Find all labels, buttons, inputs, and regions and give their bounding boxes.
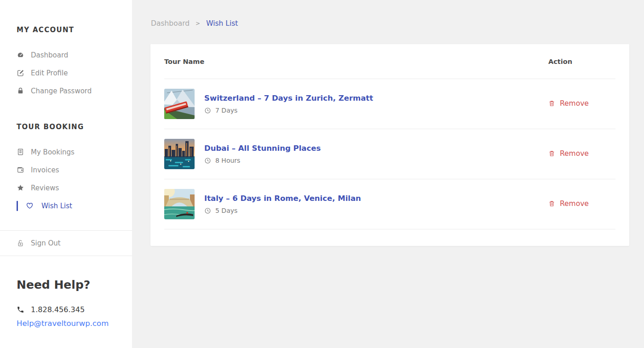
sidebar-item-dashboard[interactable]: Dashboard bbox=[17, 46, 132, 64]
action-cell: Remove bbox=[548, 200, 615, 209]
star-icon bbox=[17, 184, 24, 192]
tour-thumbnail-switzerland[interactable] bbox=[164, 89, 195, 119]
trash-icon bbox=[548, 150, 555, 157]
wishlist-card: Tour Name Action bbox=[150, 44, 629, 246]
tour-duration-text: 5 Days bbox=[215, 207, 237, 214]
sidebar-item-label: My Bookings bbox=[31, 148, 75, 156]
breadcrumb-current-page: Wish List bbox=[206, 19, 238, 28]
remove-button[interactable]: Remove bbox=[548, 200, 589, 208]
phone-icon bbox=[17, 306, 24, 314]
remove-button[interactable]: Remove bbox=[548, 99, 589, 108]
heart-icon bbox=[26, 202, 34, 210]
app-window: MY ACCOUNT Dashboard Edit Profile Change… bbox=[0, 0, 644, 348]
sidebar-item-reviews[interactable]: Reviews bbox=[17, 179, 132, 197]
breadcrumb: Dashboard > Wish List bbox=[151, 19, 629, 28]
action-cell: Remove bbox=[548, 149, 615, 159]
tour-duration: 8 Hours bbox=[204, 157, 548, 164]
lock-icon bbox=[17, 87, 24, 95]
column-header-action: Action bbox=[548, 58, 615, 65]
remove-button[interactable]: Remove bbox=[548, 149, 589, 158]
trash-icon bbox=[548, 100, 555, 107]
bookings-list-icon bbox=[17, 148, 24, 156]
main-content: Dashboard > Wish List Tour Name Action bbox=[132, 0, 644, 348]
sidebar-item-my-bookings[interactable]: My Bookings bbox=[17, 143, 132, 161]
clock-icon bbox=[204, 107, 211, 114]
wishlist-row-dubai: Dubai – All Stunning Places 8 Hours Remo… bbox=[164, 129, 615, 179]
tour-info: Dubai – All Stunning Places 8 Hours bbox=[204, 144, 548, 164]
tour-thumbnail-italy[interactable] bbox=[164, 189, 195, 219]
remove-label: Remove bbox=[560, 200, 589, 208]
clock-icon bbox=[204, 207, 211, 214]
sign-out-label: Sign Out bbox=[31, 239, 61, 247]
dashboard-gauge-icon bbox=[17, 51, 24, 59]
sidebar-item-invoices[interactable]: Invoices bbox=[17, 161, 132, 179]
active-indicator-bar bbox=[17, 201, 18, 211]
edit-pencil-icon bbox=[17, 69, 24, 77]
sidebar-item-label: Change Password bbox=[31, 87, 92, 95]
tour-title-link[interactable]: Switzerland – 7 Days in Zurich, Zermatt bbox=[204, 94, 548, 103]
clock-icon bbox=[204, 157, 211, 164]
tour-booking-nav: My Bookings Invoices Reviews Wish List bbox=[17, 143, 132, 215]
help-phone-number: 1.828.456.345 bbox=[31, 305, 85, 314]
tour-duration-text: 7 Days bbox=[215, 107, 237, 114]
tour-thumbnail-dubai[interactable] bbox=[164, 139, 195, 169]
sidebar-item-label: Reviews bbox=[31, 184, 59, 192]
remove-label: Remove bbox=[560, 99, 589, 108]
sidebar-item-label: Wish List bbox=[41, 202, 72, 210]
sidebar-item-label: Invoices bbox=[31, 166, 59, 174]
sidebar-item-sign-out[interactable]: Sign Out bbox=[17, 231, 132, 256]
unlock-icon bbox=[17, 240, 24, 247]
tour-duration: 5 Days bbox=[204, 207, 548, 214]
wishlist-table-header: Tour Name Action bbox=[164, 44, 615, 79]
wishlist-row-switzerland: Switzerland – 7 Days in Zurich, Zermatt … bbox=[164, 79, 615, 129]
sidebar-heading-my-account: MY ACCOUNT bbox=[17, 26, 132, 34]
sidebar-heading-tour-booking: TOUR BOOKING bbox=[17, 123, 132, 131]
sidebar-item-edit-profile[interactable]: Edit Profile bbox=[17, 64, 132, 82]
tour-title-link[interactable]: Italy – 6 Days in Rome, Venice, Milan bbox=[204, 194, 548, 203]
sidebar-item-wish-list[interactable]: Wish List bbox=[17, 197, 132, 215]
sidebar-item-label: Edit Profile bbox=[31, 69, 68, 77]
trash-icon bbox=[548, 200, 555, 207]
help-email-link[interactable]: Help@traveltourwp.com bbox=[17, 319, 132, 328]
help-phone-row: 1.828.456.345 bbox=[17, 305, 132, 314]
tour-info: Switzerland – 7 Days in Zurich, Zermatt … bbox=[204, 94, 548, 114]
breadcrumb-separator: > bbox=[196, 20, 200, 27]
wishlist-row-italy: Italy – 6 Days in Rome, Venice, Milan 5 … bbox=[164, 179, 615, 229]
wallet-icon bbox=[17, 166, 24, 174]
action-cell: Remove bbox=[548, 99, 615, 109]
tour-duration-text: 8 Hours bbox=[215, 157, 240, 164]
tour-title-link[interactable]: Dubai – All Stunning Places bbox=[204, 144, 548, 153]
column-header-tour-name: Tour Name bbox=[164, 58, 548, 65]
tour-info: Italy – 6 Days in Rome, Venice, Milan 5 … bbox=[204, 194, 548, 214]
sidebar-item-change-password[interactable]: Change Password bbox=[17, 82, 132, 100]
sidebar-item-label: Dashboard bbox=[31, 51, 68, 59]
breadcrumb-dashboard-link[interactable]: Dashboard bbox=[151, 19, 190, 28]
my-account-nav: Dashboard Edit Profile Change Password bbox=[17, 46, 132, 100]
remove-label: Remove bbox=[560, 149, 589, 158]
tour-duration: 7 Days bbox=[204, 107, 548, 114]
need-help-heading: Need Help? bbox=[17, 278, 132, 291]
account-sidebar: MY ACCOUNT Dashboard Edit Profile Change… bbox=[0, 0, 132, 348]
sidebar-divider bbox=[0, 256, 132, 256]
